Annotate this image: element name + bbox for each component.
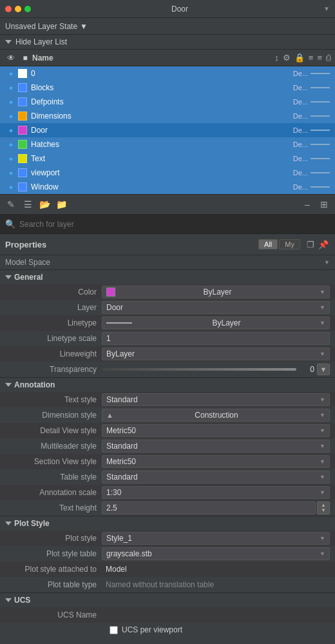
layer-line-icon bbox=[311, 115, 330, 117]
prop-row-plot-table-type: Plot table type Named without translatio… bbox=[0, 577, 335, 592]
text-style-dropdown[interactable]: Standard ▼ bbox=[102, 393, 330, 406]
annotation-scale-value[interactable]: 1:30 ▼ bbox=[102, 486, 330, 499]
detail-view-style-dropdown[interactable]: Metric50 ▼ bbox=[102, 424, 330, 437]
annotation-scale-dropdown[interactable]: 1:30 ▼ bbox=[102, 486, 330, 499]
settings-icon[interactable]: ⚙ bbox=[283, 53, 291, 63]
table-style-value[interactable]: Standard ▼ bbox=[102, 471, 330, 483]
linetype-scale-input[interactable] bbox=[102, 332, 330, 345]
edit-layer-icon[interactable]: ✎ bbox=[4, 197, 18, 211]
layer-row[interactable]: ● Dimensions De... bbox=[0, 109, 335, 123]
layer-eye-icon[interactable]: ● bbox=[4, 70, 18, 77]
general-section-header[interactable]: General bbox=[0, 270, 335, 284]
plot-table-type-value: Named without translation table bbox=[102, 580, 330, 589]
layer-name-text: viewport bbox=[31, 168, 293, 177]
copy-properties-icon[interactable]: ❐ bbox=[304, 238, 317, 251]
transparency-val-text: 0 bbox=[299, 365, 314, 374]
plot-style-table-dropdown[interactable]: grayscale.stb ▼ bbox=[102, 547, 330, 560]
lock-icon[interactable]: 🔒 bbox=[294, 53, 305, 63]
layer-state-bar[interactable]: Unsaved Layer State ▼ bbox=[0, 18, 335, 35]
layer-desc-text: De... bbox=[293, 183, 308, 191]
text-height-label: Text height bbox=[5, 503, 102, 512]
minimize-panel-icon[interactable]: – bbox=[300, 197, 314, 211]
color-dropdown-arrow-icon: ▼ bbox=[320, 289, 325, 295]
layer-eye-icon[interactable]: ● bbox=[4, 169, 18, 177]
save-folder-icon[interactable]: 📁 bbox=[54, 197, 68, 211]
dimension-style-text: Construction bbox=[195, 411, 238, 420]
multileader-style-dropdown[interactable]: Standard ▼ bbox=[102, 440, 330, 453]
layer-eye-icon[interactable]: ● bbox=[4, 155, 18, 162]
search-bar[interactable]: 🔍 bbox=[0, 215, 335, 234]
close-button[interactable] bbox=[5, 6, 12, 12]
text-height-input[interactable] bbox=[102, 502, 316, 514]
toggle-all-button[interactable]: All bbox=[258, 239, 278, 249]
list-icon[interactable]: ☰ bbox=[21, 197, 35, 211]
print-icon[interactable]: ⎙ bbox=[326, 53, 331, 63]
layer-row[interactable]: ● Blocks De... bbox=[0, 81, 335, 95]
pin-properties-icon[interactable]: 📌 bbox=[317, 238, 330, 251]
multileader-style-value[interactable]: Standard ▼ bbox=[102, 440, 330, 453]
tile-panel-icon[interactable]: ⊞ bbox=[317, 197, 331, 211]
linetype-scale-value[interactable] bbox=[102, 332, 330, 345]
model-space-row[interactable]: Model Space ▼ bbox=[0, 255, 335, 270]
name-column-header[interactable]: Name bbox=[32, 54, 274, 63]
annotation-section-header[interactable]: Annotation bbox=[0, 378, 335, 392]
table-style-dropdown[interactable]: Standard ▼ bbox=[102, 471, 330, 483]
layer-color-swatch bbox=[18, 140, 27, 149]
layer-color-swatch bbox=[18, 168, 27, 177]
lines-icon-2[interactable]: ≡ bbox=[317, 53, 322, 63]
transparency-dropdown-icon[interactable]: ▼ bbox=[317, 364, 330, 375]
lineweight-dropdown[interactable]: ByLayer ▼ bbox=[102, 347, 330, 360]
layer-row[interactable]: ● viewport De... bbox=[0, 166, 335, 180]
layer-row[interactable]: ● Hatches De... bbox=[0, 137, 335, 151]
plot-style-dropdown[interactable]: Style_1 ▼ bbox=[102, 532, 330, 545]
layer-eye-icon[interactable]: ● bbox=[4, 141, 18, 148]
detail-view-style-value[interactable]: Metric50 ▼ bbox=[102, 424, 330, 437]
layer-color-swatch bbox=[18, 97, 27, 106]
layer-dropdown[interactable]: Door ▼ bbox=[102, 301, 330, 314]
section-view-style-value[interactable]: Metric50 ▼ bbox=[102, 455, 330, 468]
dimension-style-value[interactable]: ▲ Construction ▼ bbox=[102, 409, 330, 422]
lineweight-value[interactable]: ByLayer ▼ bbox=[102, 347, 330, 360]
layer-eye-icon[interactable]: ● bbox=[4, 126, 18, 134]
plot-style-section-header[interactable]: Plot Style bbox=[0, 516, 335, 531]
layer-eye-icon[interactable]: ● bbox=[4, 112, 18, 120]
sort-icon[interactable]: ↕ bbox=[274, 53, 279, 63]
plot-style-section-label: Plot Style bbox=[14, 519, 50, 528]
layer-eye-icon[interactable]: ● bbox=[4, 183, 18, 191]
section-view-style-arrow-icon: ▼ bbox=[320, 458, 325, 465]
plot-style-value[interactable]: Style_1 ▼ bbox=[102, 532, 330, 545]
linetype-value[interactable]: ByLayer ▼ bbox=[102, 317, 330, 329]
color-header-icon: ■ bbox=[18, 54, 32, 63]
layer-row[interactable]: ● Text De... bbox=[0, 151, 335, 166]
layer-row[interactable]: ● Defpoints De... bbox=[0, 95, 335, 109]
text-height-value: ▲ ▼ bbox=[102, 502, 330, 514]
plot-style-table-value[interactable]: grayscale.stb ▼ bbox=[102, 547, 330, 560]
search-input[interactable] bbox=[19, 220, 330, 229]
layer-eye-icon[interactable]: ● bbox=[4, 84, 18, 92]
transparency-slider[interactable] bbox=[102, 368, 296, 371]
layer-prop-value[interactable]: Door ▼ bbox=[102, 301, 330, 314]
open-folder-icon[interactable]: 📂 bbox=[37, 197, 52, 211]
layer-desc-text: De... bbox=[293, 70, 308, 77]
color-value[interactable]: ByLayer ▼ bbox=[102, 286, 330, 298]
linetype-dropdown[interactable]: ByLayer ▼ bbox=[102, 317, 330, 329]
annotation-scale-arrow-icon: ▼ bbox=[320, 489, 325, 496]
layer-eye-icon[interactable]: ● bbox=[4, 98, 18, 106]
prop-row-linetype-scale: Linetype scale bbox=[0, 331, 335, 346]
layer-row[interactable]: ● Door De... bbox=[0, 123, 335, 137]
dimension-style-dropdown[interactable]: ▲ Construction ▼ bbox=[102, 409, 330, 422]
section-view-style-dropdown[interactable]: Metric50 ▼ bbox=[102, 455, 330, 468]
lines-icon-1[interactable]: ≡ bbox=[309, 53, 314, 63]
toggle-my-button[interactable]: My bbox=[279, 239, 300, 249]
hide-layer-section[interactable]: Hide Layer List bbox=[0, 35, 335, 50]
color-dropdown[interactable]: ByLayer ▼ bbox=[102, 286, 330, 298]
text-height-stepper[interactable]: ▲ ▼ bbox=[317, 502, 330, 514]
maximize-button[interactable] bbox=[24, 6, 31, 12]
minimize-button[interactable] bbox=[15, 6, 21, 12]
ucs-per-viewport-checkbox[interactable] bbox=[110, 626, 118, 634]
layer-row[interactable]: ● 0 De... bbox=[0, 66, 335, 81]
ucs-section-header[interactable]: UCS bbox=[0, 593, 335, 607]
text-style-value[interactable]: Standard ▼ bbox=[102, 393, 330, 406]
layer-row[interactable]: ● Window De... bbox=[0, 180, 335, 194]
annotation-scale-text: 1:30 bbox=[106, 488, 121, 497]
